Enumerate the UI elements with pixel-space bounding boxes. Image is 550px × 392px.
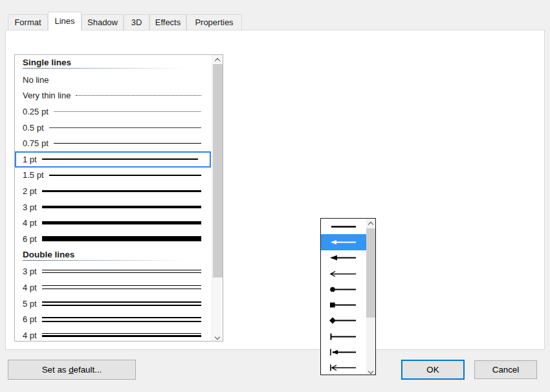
header-rule bbox=[23, 68, 207, 69]
variant-item[interactable]: 0.5 pt bbox=[15, 120, 213, 136]
line-style-preview bbox=[76, 95, 201, 96]
circle-icon bbox=[325, 285, 362, 294]
arrow-style-option[interactable] bbox=[321, 329, 368, 344]
arrow-icon bbox=[325, 238, 362, 246]
tab-shadow[interactable]: Shadow bbox=[82, 14, 124, 30]
variant-label: Double lines bbox=[23, 250, 74, 259]
variant-item[interactable]: 0.75 pt bbox=[15, 135, 213, 151]
ok-button[interactable]: OK bbox=[401, 360, 465, 380]
variant-label: 4 pt bbox=[23, 331, 37, 340]
line-style-preview bbox=[42, 317, 201, 322]
variant-label: 1 pt bbox=[23, 155, 37, 164]
variant-item[interactable]: 5 pt bbox=[15, 296, 213, 312]
arrow-style-option[interactable] bbox=[321, 266, 368, 281]
variant-item[interactable]: 6 pt bbox=[15, 311, 213, 327]
variants-group-header: Double lines bbox=[15, 247, 213, 264]
line-style-preview bbox=[54, 143, 201, 144]
variant-item[interactable]: 4 pt bbox=[15, 279, 213, 296]
variant-label: 4 pt bbox=[23, 283, 37, 292]
plain-line-icon bbox=[325, 223, 362, 231]
line-dialog: Format Lines Shadow 3D Effects Propertie… bbox=[0, 0, 550, 392]
bar-icon bbox=[325, 332, 362, 341]
solid-arrow-icon bbox=[325, 254, 362, 262]
scroll-up-icon[interactable] bbox=[366, 219, 375, 228]
variant-label: 0.75 pt bbox=[23, 138, 49, 148]
variant-item[interactable]: 4 pt bbox=[15, 215, 213, 231]
variant-item[interactable]: 3 pt bbox=[15, 264, 213, 280]
variant-item[interactable]: 6 pt bbox=[15, 231, 213, 247]
begin-type-dropdown[interactable] bbox=[320, 218, 376, 375]
variant-item[interactable]: No line bbox=[15, 72, 213, 88]
variant-item[interactable]: 2 pt bbox=[15, 183, 213, 199]
header-rule bbox=[23, 260, 207, 261]
square-icon bbox=[325, 301, 362, 309]
variant-label: 6 pt bbox=[23, 234, 37, 244]
line-style-preview bbox=[42, 190, 201, 192]
variant-item[interactable]: 3 pt bbox=[15, 199, 213, 215]
variants-scrollbar[interactable] bbox=[212, 55, 223, 341]
variant-item[interactable]: Very thin line bbox=[15, 88, 213, 104]
variants-scrollbar-thumb[interactable] bbox=[213, 64, 223, 278]
arrow-style-option[interactable] bbox=[321, 360, 368, 375]
diamond-icon bbox=[325, 316, 362, 325]
variant-label: 5 pt bbox=[23, 299, 37, 309]
line-style-preview bbox=[42, 301, 201, 306]
scroll-up-icon[interactable] bbox=[212, 55, 223, 65]
line-style-preview bbox=[42, 221, 201, 225]
line-style-preview bbox=[42, 333, 201, 337]
cancel-button[interactable]: Cancel bbox=[474, 360, 537, 379]
variant-label: 0.25 pt bbox=[23, 107, 49, 116]
tab-properties[interactable]: Properties bbox=[186, 14, 242, 30]
dropdown-scrollbar[interactable] bbox=[366, 219, 375, 375]
variant-label: Single lines bbox=[23, 58, 71, 67]
variant-label: 1.5 pt bbox=[23, 170, 44, 180]
variant-item[interactable]: 1 pt bbox=[15, 151, 211, 168]
tab-format[interactable]: Format bbox=[8, 14, 48, 30]
arrow-style-option[interactable] bbox=[321, 250, 368, 266]
scroll-down-icon[interactable] bbox=[366, 365, 375, 375]
arrow-style-option[interactable] bbox=[321, 313, 368, 329]
variant-label: 2 pt bbox=[23, 186, 37, 196]
variants-list[interactable]: Single linesNo lineVery thin line0.25 pt… bbox=[14, 54, 223, 342]
variant-label: 0.5 pt bbox=[23, 123, 44, 133]
tab-effects[interactable]: Effects bbox=[149, 14, 186, 30]
variant-item[interactable]: 4 pt bbox=[15, 327, 213, 342]
dropdown-scrollbar-thumb[interactable] bbox=[366, 228, 375, 318]
variant-label: 6 pt bbox=[23, 314, 37, 324]
bar-arrow-icon bbox=[325, 348, 362, 356]
line-style-preview bbox=[42, 158, 198, 160]
set-as-default-button[interactable]: Set as default... bbox=[8, 360, 136, 380]
line-style-preview bbox=[42, 270, 201, 273]
arrow-style-option[interactable] bbox=[321, 219, 368, 234]
tab-lines[interactable]: Lines bbox=[48, 12, 82, 30]
line-style-preview bbox=[54, 111, 201, 112]
arrow-style-option[interactable] bbox=[321, 234, 368, 250]
variant-item[interactable]: 0.25 pt bbox=[15, 103, 213, 120]
arrow-style-option[interactable] bbox=[321, 297, 368, 312]
line-style-preview bbox=[42, 206, 201, 209]
arrow-style-option[interactable] bbox=[321, 281, 368, 297]
line-style-preview bbox=[49, 175, 201, 177]
line-style-preview bbox=[49, 127, 201, 128]
variant-label: 3 pt bbox=[23, 267, 37, 276]
variants-group-header: Single lines bbox=[15, 55, 213, 72]
variant-label: 4 pt bbox=[23, 218, 37, 228]
tab-3d[interactable]: 3D bbox=[124, 14, 149, 30]
scroll-down-icon[interactable] bbox=[212, 331, 223, 341]
variant-label: 3 pt bbox=[23, 202, 37, 212]
thin-arrow-icon bbox=[325, 270, 362, 278]
bar-thin-arrow-icon bbox=[325, 364, 362, 372]
variant-item[interactable]: 1.5 pt bbox=[15, 168, 213, 184]
arrow-style-option[interactable] bbox=[321, 344, 368, 360]
variant-label: No line bbox=[23, 75, 49, 85]
line-style-preview bbox=[42, 236, 201, 241]
variant-label: Very thin line bbox=[23, 91, 71, 100]
line-style-preview bbox=[42, 285, 201, 289]
